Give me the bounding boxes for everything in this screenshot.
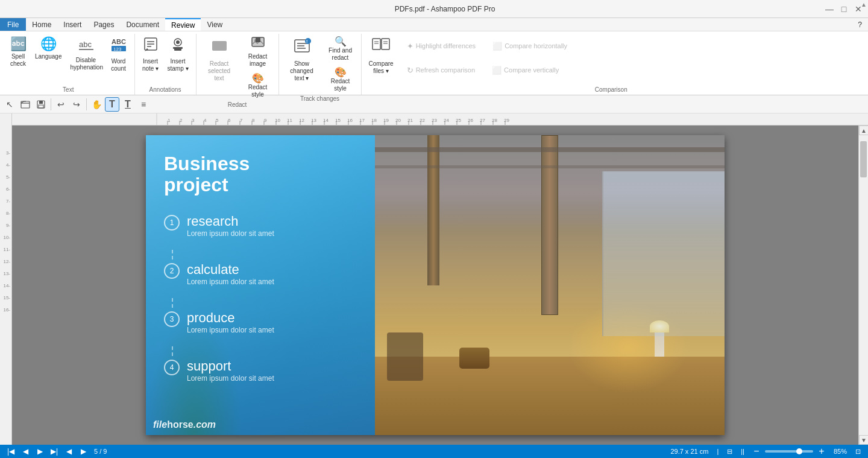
spell-check-button[interactable]: 🔤 Spellcheck [6, 34, 30, 70]
open-button[interactable] [18, 97, 33, 112]
hand-tool-button[interactable]: ✋ [89, 97, 104, 112]
vertical-scrollbar[interactable]: ▲ ▼ [858, 126, 868, 445]
highlight-differences-button[interactable]: ✦ Highlight differences [403, 40, 479, 52]
step-2-title: calculate [187, 262, 274, 278]
redact-style-button[interactable]: 🎨 Redact style [241, 71, 275, 100]
status-separator-1: | [714, 448, 721, 455]
ribbon-group-track-changes: ! Showchanged text ▾ 🔍 Find and redact 🎨… [279, 34, 362, 95]
zoom-control[interactable]: − + [750, 446, 828, 457]
menu-view[interactable]: View [201, 18, 228, 31]
pdf-step-1: 1 research Lorem ipsum dolor sit amet [164, 214, 357, 238]
scrollbar-track[interactable] [859, 135, 868, 435]
redact-style2-icon: 🎨 [335, 66, 347, 78]
text-tool-button[interactable]: T [105, 97, 119, 112]
zoom-out-button[interactable]: − [750, 446, 763, 457]
ribbon: 🔤 Spellcheck 🌐 Language abc Disablehyphe… [0, 31, 868, 95]
main-area: 3- 4- 5- 6- 7- 8- 9- 10- 11- 12- 13- 14-… [0, 113, 868, 445]
zoom-in-button[interactable]: + [816, 446, 828, 457]
undo-button[interactable]: ↩ [54, 97, 68, 112]
insert-stamp-button[interactable]: Insertstamp ▾ [164, 34, 192, 75]
zoom-separator: || [738, 448, 747, 455]
next-arrow-button[interactable]: ▶ [77, 446, 89, 457]
zoom-slider[interactable] [765, 450, 813, 453]
compare-vert-icon: ⬜ [492, 66, 502, 75]
save-button[interactable] [34, 97, 48, 112]
step-3-title: produce [187, 310, 274, 326]
help-button[interactable]: ? [852, 19, 868, 30]
text-group-label: Text [6, 85, 131, 95]
redact-image-button[interactable]: Redact image [241, 34, 275, 69]
svg-text:15: 15 [335, 118, 341, 123]
svg-text:23: 23 [432, 118, 437, 123]
show-changed-text-button[interactable]: ! Showchanged text ▾ [283, 34, 321, 84]
scrollbar-thumb[interactable] [860, 141, 867, 177]
menu-document[interactable]: Document [120, 18, 165, 31]
scroll-up-button[interactable]: ▲ [859, 126, 868, 135]
svg-text:ABC: ABC [112, 38, 126, 45]
compare-files-button[interactable]: Comparefiles ▾ [365, 34, 397, 77]
menu-file[interactable]: File [0, 18, 26, 31]
svg-text:6: 6 [228, 118, 231, 123]
word-count-button[interactable]: ABC 123 Wordcount [107, 34, 131, 75]
more-tools-button[interactable]: ≡ [136, 97, 151, 112]
find-and-redact-button[interactable]: 🔍 Find and redact [324, 34, 357, 63]
toolbar-separator-1 [51, 98, 51, 110]
compare-vertically-button[interactable]: ⬜ Compare vertically [488, 65, 562, 76]
svg-text:2: 2 [180, 118, 183, 123]
disable-hyphenation-button[interactable]: abc Disablehyphenation [67, 34, 105, 74]
redact-style2-button[interactable]: 🎨 Redact style [324, 65, 357, 94]
pdf-right-section [375, 135, 725, 435]
redo-button[interactable]: ↪ [69, 97, 84, 112]
cursor-tool-button[interactable]: ↖ [2, 97, 17, 112]
menu-pages[interactable]: Pages [87, 18, 120, 31]
insert-stamp-icon [169, 36, 186, 57]
menu-home[interactable]: Home [26, 18, 57, 31]
refresh-comparison-button[interactable]: ↻ Refresh comparison [403, 65, 479, 76]
minimize-button[interactable]: — [825, 4, 834, 14]
text-tool-2-button[interactable]: T [121, 97, 135, 112]
menu-insert[interactable]: Insert [57, 18, 87, 31]
ribbon-collapse-button[interactable]: ▲ [861, 1, 867, 8]
ruler-mark-5: 5- [0, 171, 11, 183]
zoom-percentage: 85% [831, 448, 849, 455]
redact-style2-label: Redact style [326, 78, 355, 92]
redact-selected-text-icon [210, 36, 229, 59]
svg-text:24: 24 [444, 118, 449, 123]
fit-button[interactable]: ⊡ [853, 448, 863, 456]
svg-text:25: 25 [456, 118, 461, 123]
comparison-group-label: Comparison [365, 85, 857, 95]
hyphenation-label: Disablehyphenation [71, 57, 102, 71]
svg-text:19: 19 [383, 118, 389, 123]
redact-group-label: Redact [200, 100, 275, 110]
next-page-button[interactable]: ▶ [34, 446, 46, 457]
redact-selected-text-button[interactable]: Redactselected text [200, 34, 239, 84]
svg-text:5: 5 [216, 118, 219, 123]
highlight-diff-icon: ✦ [407, 42, 414, 51]
last-page-button[interactable]: ▶| [48, 446, 60, 457]
menu-review[interactable]: Review [165, 18, 201, 31]
maximize-button[interactable]: □ [839, 4, 849, 14]
ruler-mark-4: 4- [0, 159, 11, 171]
step-line-3 [172, 346, 173, 356]
compare-horizontally-button[interactable]: ⬜ Compare horizontally [489, 40, 571, 52]
scroll-down-button[interactable]: ▼ [859, 435, 868, 445]
left-ruler: 3- 4- 5- 6- 7- 8- 9- 10- 11- 12- 13- 14-… [0, 113, 12, 445]
svg-rect-13 [173, 47, 183, 49]
ruler-mark-13: 13- [0, 267, 11, 279]
title-bar: PDFs.pdf - Ashampoo PDF Pro — □ ✕ [0, 0, 868, 18]
language-button[interactable]: 🌐 Language [31, 34, 66, 63]
svg-text:3: 3 [192, 118, 195, 123]
ruler-mark-8: 8- [0, 207, 11, 219]
prev-page-button[interactable]: ◀ [19, 446, 31, 457]
refresh-icon: ↻ [407, 66, 414, 75]
svg-text:7: 7 [240, 118, 243, 123]
zoom-thumb[interactable] [796, 448, 802, 454]
ruler-mark-15: 15- [0, 291, 11, 304]
show-changed-text-icon: ! [292, 36, 312, 59]
svg-text:20: 20 [395, 118, 401, 123]
prev-arrow-button[interactable]: ◀ [63, 446, 75, 457]
first-page-button[interactable]: |◀ [5, 446, 17, 457]
insert-note-button[interactable]: Insertnote ▾ [139, 34, 163, 75]
page-area: Businessproject 1 research Lorem ipsum d… [12, 126, 858, 445]
window-controls[interactable]: — □ ✕ [825, 4, 863, 14]
